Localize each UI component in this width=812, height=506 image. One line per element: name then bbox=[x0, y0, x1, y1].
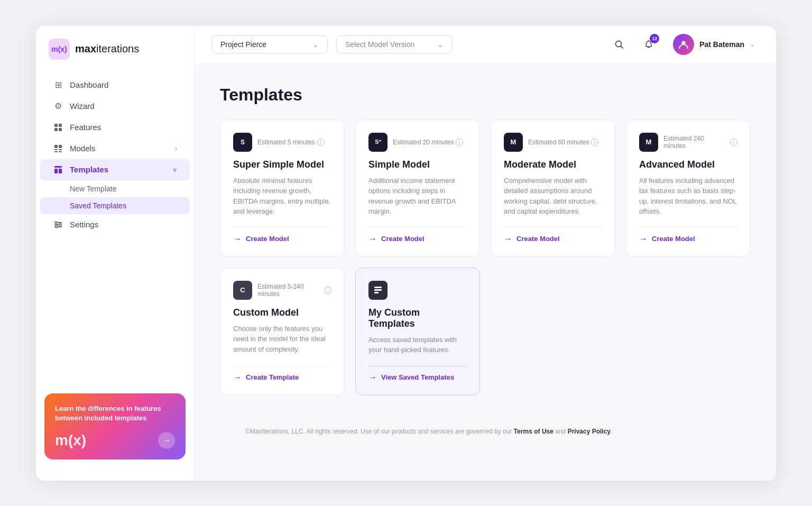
privacy-policy-link[interactable]: Privacy Policy bbox=[568, 428, 611, 435]
svg-point-16 bbox=[55, 222, 57, 224]
promo-logo: m(x) → bbox=[55, 432, 175, 449]
arrow-icon: → bbox=[368, 234, 377, 244]
logo-text: maxiterations bbox=[75, 43, 139, 55]
info-icon[interactable]: i bbox=[730, 139, 737, 146]
card-icon-my-templates bbox=[368, 281, 387, 300]
card-icon-moderate: M bbox=[504, 133, 523, 152]
card-title: My Custom Templates bbox=[368, 307, 467, 329]
card-header: C Estimated 5-240 minutes i bbox=[233, 281, 331, 300]
card-title: Moderate Model bbox=[504, 159, 602, 170]
notification-badge: 12 bbox=[650, 34, 659, 43]
project-chevron-icon: ⌄ bbox=[312, 40, 319, 49]
dashboard-icon: ⊞ bbox=[53, 80, 63, 90]
template-card-advanced[interactable]: M Estimated 240 minutes i Advanced Model… bbox=[626, 119, 751, 257]
logo-area: m(x) maxiterations bbox=[36, 39, 194, 75]
card-title: Super Simple Model bbox=[233, 159, 331, 170]
promo-text: Learn the differences in features betwee… bbox=[55, 404, 175, 423]
chevron-right-icon: › bbox=[175, 145, 177, 152]
svg-rect-22 bbox=[374, 289, 382, 291]
arrow-icon: → bbox=[504, 234, 512, 244]
info-icon[interactable]: i bbox=[591, 139, 598, 146]
estimated-time: Estimated 20 minutes i bbox=[393, 139, 463, 146]
arrow-icon: → bbox=[233, 373, 242, 382]
card-desc: Access saved templates with your hand-pi… bbox=[368, 335, 467, 355]
card-header: M Estimated 240 minutes i bbox=[639, 133, 737, 152]
topbar-icons: 12 Pat Bateman ⌄ bbox=[610, 32, 759, 57]
terms-of-use-link[interactable]: Terms of Use bbox=[514, 428, 553, 435]
user-name-label: Pat Bateman bbox=[699, 40, 744, 49]
sidebar-sub-item-new-template[interactable]: New Template bbox=[40, 180, 190, 197]
create-model-button-advanced[interactable]: → Create Model bbox=[639, 227, 737, 244]
svg-rect-1 bbox=[59, 124, 62, 127]
models-icon bbox=[53, 143, 63, 154]
card-desc: Comprehensive model with detailed assump… bbox=[504, 176, 602, 217]
view-saved-templates-button[interactable]: → View Saved Templates bbox=[368, 366, 467, 382]
card-desc: Additional income statement options incl… bbox=[368, 176, 467, 217]
model-version-selector[interactable]: Select Model Version ⌄ bbox=[336, 35, 453, 53]
template-card-moderate[interactable]: M Estimated 60 minutes i Moderate Model … bbox=[491, 119, 615, 257]
estimated-time: Estimated 5 minutes i bbox=[257, 139, 325, 146]
create-template-button[interactable]: → Create Template bbox=[233, 366, 331, 382]
page-title: Templates bbox=[220, 85, 751, 105]
sidebar-item-label: Settings bbox=[70, 220, 98, 229]
sidebar-promo[interactable]: Learn the differences in features betwee… bbox=[44, 393, 186, 459]
template-card-simple[interactable]: S⁺ Estimated 20 minutes i Simple Model A… bbox=[355, 119, 480, 257]
template-card-super-simple[interactable]: S Estimated 5 minutes i Super Simple Mod… bbox=[220, 119, 345, 257]
sidebar-item-label: Dashboard bbox=[70, 80, 108, 89]
svg-rect-12 bbox=[59, 169, 62, 173]
svg-rect-4 bbox=[54, 145, 58, 148]
main-content: Project Pierce ⌄ Select Model Version ⌄ bbox=[195, 26, 776, 481]
svg-rect-21 bbox=[374, 287, 382, 288]
sidebar-item-wizard[interactable]: ⚙ Wizard bbox=[40, 96, 190, 117]
create-model-button-simple[interactable]: → Create Model bbox=[368, 227, 467, 244]
svg-point-19 bbox=[616, 41, 622, 47]
promo-arrow-icon: → bbox=[158, 432, 175, 449]
user-avatar bbox=[673, 34, 694, 55]
footer: ©MaxIterations, LLC. All rights reserved… bbox=[220, 417, 751, 446]
sidebar-item-dashboard[interactable]: ⊞ Dashboard bbox=[40, 75, 190, 96]
arrow-icon: → bbox=[233, 234, 242, 244]
logo-icon: m(x) bbox=[49, 39, 70, 60]
templates-grid-row2: C Estimated 5-240 minutes i Custom Model… bbox=[220, 268, 751, 395]
sidebar-item-features[interactable]: Features bbox=[40, 117, 190, 138]
card-header: M Estimated 60 minutes i bbox=[504, 133, 602, 152]
create-model-button-super-simple[interactable]: → Create Model bbox=[233, 227, 331, 244]
estimated-time: Estimated 240 minutes i bbox=[663, 135, 737, 150]
arrow-icon: → bbox=[639, 234, 648, 244]
card-icon-advanced: M bbox=[639, 133, 658, 152]
svg-rect-8 bbox=[54, 151, 58, 152]
notifications-button[interactable]: 12 bbox=[639, 35, 658, 54]
card-title: Custom Model bbox=[233, 307, 331, 318]
info-icon[interactable]: i bbox=[325, 287, 331, 294]
settings-icon bbox=[53, 219, 63, 230]
sidebar-item-settings[interactable]: Settings bbox=[40, 214, 190, 235]
create-model-button-moderate[interactable]: → Create Model bbox=[504, 227, 602, 244]
card-desc: All features including advanced tax feat… bbox=[639, 176, 737, 217]
template-card-custom[interactable]: C Estimated 5-240 minutes i Custom Model… bbox=[220, 268, 345, 395]
svg-rect-2 bbox=[54, 128, 58, 131]
sidebar-item-models[interactable]: Models › bbox=[40, 138, 190, 159]
sidebar-sub-item-saved-templates[interactable]: Saved Templates bbox=[40, 197, 190, 214]
svg-rect-5 bbox=[59, 145, 62, 148]
card-icon-simple: S⁺ bbox=[368, 133, 387, 152]
arrow-icon: → bbox=[368, 373, 377, 382]
model-chevron-icon: ⌄ bbox=[437, 40, 444, 49]
promo-logo-text: m(x) bbox=[55, 432, 86, 449]
svg-rect-9 bbox=[59, 151, 62, 152]
search-button[interactable] bbox=[610, 35, 629, 54]
saved-templates-label: Saved Templates bbox=[70, 201, 126, 210]
info-icon[interactable]: i bbox=[456, 139, 463, 146]
user-profile[interactable]: Pat Bateman ⌄ bbox=[669, 32, 759, 57]
sidebar-item-label: Models bbox=[70, 144, 95, 153]
sidebar-item-label: Features bbox=[70, 123, 101, 132]
info-icon[interactable]: i bbox=[317, 139, 325, 146]
card-header bbox=[368, 281, 467, 300]
chevron-down-icon: ∨ bbox=[172, 166, 177, 173]
project-selector[interactable]: Project Pierce ⌄ bbox=[211, 35, 328, 53]
template-card-my-custom[interactable]: My Custom Templates Access saved templat… bbox=[355, 268, 480, 395]
svg-point-17 bbox=[59, 224, 61, 226]
svg-rect-3 bbox=[59, 128, 62, 131]
sidebar-item-templates[interactable]: Templates ∨ bbox=[40, 159, 190, 180]
svg-point-18 bbox=[56, 226, 58, 228]
sidebar: m(x) maxiterations ⊞ Dashboard ⚙ Wizard bbox=[36, 26, 195, 481]
